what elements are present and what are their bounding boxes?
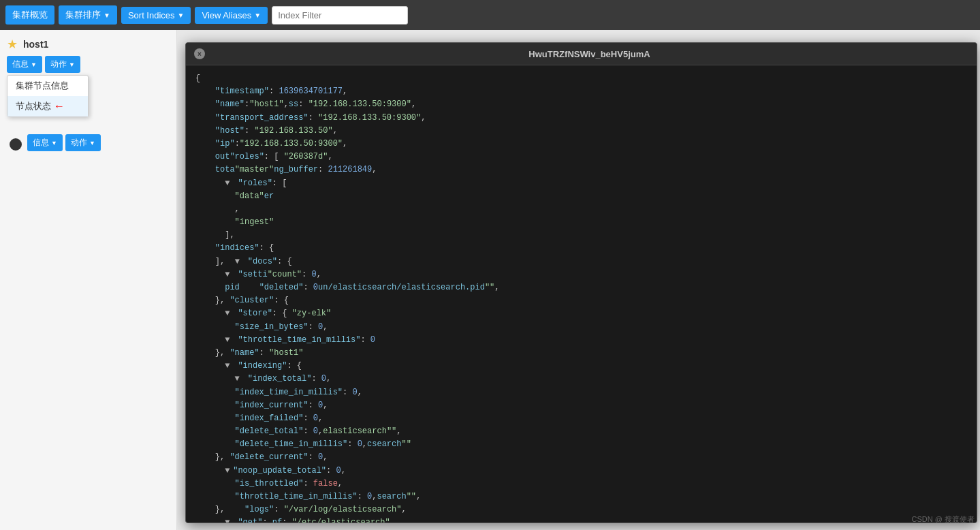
json-line-comma: ,	[195, 203, 967, 216]
json-line-get: ▼ "get": nf: "/etc/elasticsearch"	[195, 516, 967, 523]
json-line-index-failed: "index_failed": 0,	[195, 412, 967, 425]
json-line-open: {	[195, 72, 967, 85]
cluster-node-info-item[interactable]: 集群节点信息	[7, 76, 88, 96]
json-line-throttled: "is_throttled": false,	[195, 478, 967, 490]
modal-title: HwuTRZfNSWiv_beHV5jumA	[210, 49, 968, 59]
json-line-timestamp: "timestamp": 1639634701177,	[195, 85, 967, 98]
action-btn[interactable]: 动作 ▼	[45, 56, 80, 73]
json-line-output: out"roles": [ "260387d",	[195, 151, 967, 163]
host-name: host1	[23, 39, 48, 50]
json-line-throttle2: "throttle_time_in_millis": 0,search"",	[195, 490, 967, 503]
node-info-caret-icon: ▼	[51, 140, 57, 146]
sort-indices-btn[interactable]: Sort Indices ▼	[121, 7, 191, 24]
json-line-indexing: ▼ "indexing": {	[195, 360, 967, 373]
watermark: CSDN @ 搜渡使者	[912, 514, 975, 525]
node-btn-group: 信息 ▼ 动作 ▼	[27, 134, 101, 151]
json-line-name: "name":"host1",ss: "192.168.133.50:9300"…	[195, 98, 967, 111]
sort-indices-caret-icon: ▼	[178, 12, 185, 19]
json-line-total-buf: tota"master"ng_buffer: 211261849,	[195, 163, 967, 176]
json-line-sett2: ▼ "setti"count": 0,	[195, 268, 967, 281]
node-action-btn[interactable]: 动作 ▼	[65, 134, 101, 151]
json-line-noop: ▼"noop_update_total": 0,	[195, 465, 967, 478]
node-info-btn[interactable]: 信息 ▼	[27, 134, 63, 151]
node-action-caret-icon: ▼	[89, 140, 95, 146]
host-section: ★ host1 信息 ▼ 动作 ▼ 集群节点信息 节点状态 ←	[7, 37, 170, 73]
arrow-indicator: ←	[54, 100, 65, 112]
json-modal: × HwuTRZfNSWiv_beHV5jumA { "timestamp": …	[185, 42, 977, 523]
json-line-transport: "transport_address": "192.168.133.50:930…	[195, 112, 967, 125]
host-btn-group: 信息 ▼ 动作 ▼ 集群节点信息 节点状态 ←	[7, 56, 170, 73]
json-line-pid: pid "deleted": 0un/elasticsearch/elastic…	[195, 281, 967, 294]
json-line-sett: ], ▼ "docs": {	[195, 255, 967, 268]
json-line-cluster: }, "cluster": {	[195, 294, 967, 307]
json-line-size-bytes: "size_in_bytes": 0,	[195, 321, 967, 334]
content-area: × HwuTRZfNSWiv_beHV5jumA { "timestamp": …	[177, 30, 980, 530]
info-caret-icon: ▼	[31, 61, 37, 68]
info-dropdown-menu: 集群节点信息 节点状态 ←	[7, 75, 89, 117]
json-line-ip: "ip":"192.168.133.50:9300",	[195, 138, 967, 151]
action-caret-icon: ▼	[69, 61, 75, 68]
cluster-sort-caret-icon: ▼	[104, 12, 110, 19]
json-line-store: ▼ "store": { "zy-elk"	[195, 307, 967, 320]
node-circle-icon	[10, 138, 22, 151]
view-aliases-caret-icon: ▼	[254, 12, 261, 19]
json-line-host: "host": "192.168.133.50",	[195, 125, 967, 138]
view-aliases-btn[interactable]: View Aliases ▼	[195, 7, 268, 24]
main-layout: ★ host1 信息 ▼ 动作 ▼ 集群节点信息 节点状态 ←	[0, 30, 980, 530]
json-line-indices: "indices": {	[195, 242, 967, 255]
json-line-delete-close: }, "delete_current": 0,	[195, 451, 967, 464]
json-line-name2: }, "name": "host1"	[195, 347, 967, 360]
json-line-delete-time: "delete_time_in_millis": 0,csearch""	[195, 438, 967, 451]
toolbar: 集群概览 集群排序 ▼ Sort Indices ▼ View Aliases …	[0, 0, 980, 30]
host-header: ★ host1	[7, 37, 170, 52]
json-line-data: "data"er	[195, 190, 967, 203]
json-line-throttle: ▼ "throttle_time_in_millis": 0	[195, 334, 967, 347]
json-line-roles-close: ],	[195, 229, 967, 242]
info-btn[interactable]: 信息 ▼	[7, 56, 42, 73]
cluster-sort-btn[interactable]: 集群排序 ▼	[59, 5, 117, 25]
json-modal-body[interactable]: { "timestamp": 1639634701177, "name":"ho…	[186, 65, 977, 523]
json-line-index-time: "index_time_in_millis": 0,	[195, 386, 967, 399]
sidebar: ★ host1 信息 ▼ 动作 ▼ 集群节点信息 节点状态 ←	[0, 30, 177, 530]
json-line-delete-total: "delete_total": 0,elasticsearch"",	[195, 425, 967, 438]
json-line-ingest: "ingest"	[195, 216, 967, 229]
star-icon[interactable]: ★	[7, 37, 18, 52]
node-status-item[interactable]: 节点状态 ←	[7, 96, 88, 116]
index-filter-input[interactable]	[272, 6, 408, 25]
json-line-index-total: ▼ "index_total": 0,	[195, 373, 967, 386]
json-line-logs: }, "logs": "/var/log/elasticsearch",	[195, 503, 967, 516]
node-row: 信息 ▼ 动作 ▼	[7, 134, 170, 154]
modal-close-btn[interactable]: ×	[194, 48, 205, 59]
json-modal-header: × HwuTRZfNSWiv_beHV5jumA	[186, 43, 977, 65]
json-line-roles-open: ▼ "roles": [	[195, 177, 967, 190]
cluster-overview-btn[interactable]: 集群概览	[5, 5, 54, 25]
json-line-index-current: "index_current": 0,	[195, 399, 967, 412]
